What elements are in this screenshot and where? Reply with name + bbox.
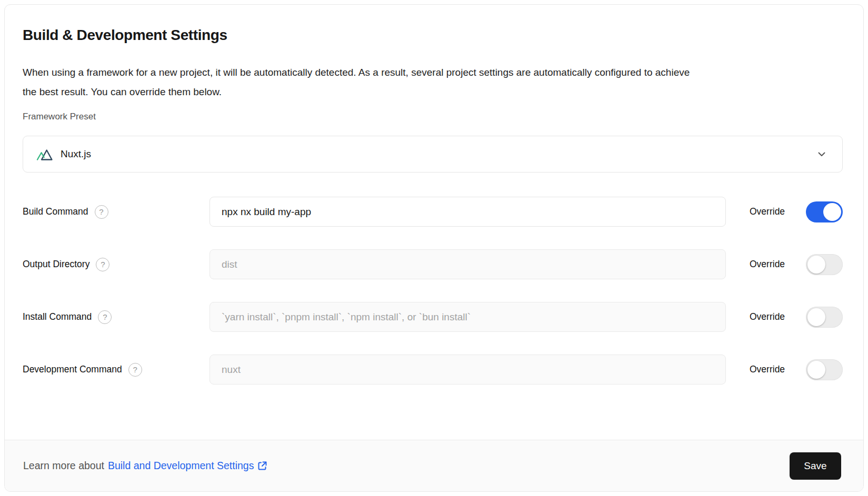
help-icon[interactable]: ?	[95, 205, 108, 219]
row-label-wrap: Output Directory ?	[23, 258, 209, 271]
output-directory-override-toggle[interactable]	[806, 254, 843, 275]
settings-description: When using a framework for a new project…	[23, 63, 691, 102]
install-command-label: Install Command	[23, 311, 92, 322]
build-dev-settings-card: Build & Development Settings When using …	[4, 4, 864, 492]
help-icon[interactable]: ?	[96, 258, 109, 271]
override-label: Override	[750, 364, 794, 375]
build-settings-docs-link[interactable]: Build and Development Settings	[108, 460, 269, 472]
nuxt-logo-icon	[36, 146, 54, 162]
output-directory-row: Output Directory ? Override	[23, 249, 843, 279]
override-control: Override	[750, 201, 843, 222]
chevron-down-icon	[816, 148, 827, 160]
install-command-override-toggle[interactable]	[806, 307, 843, 328]
footer-text: Learn more about Build and Development S…	[23, 460, 268, 472]
row-label-wrap: Build Command ?	[23, 205, 209, 219]
override-control: Override	[750, 359, 843, 380]
output-directory-label: Output Directory	[23, 259, 89, 270]
toggle-knob	[807, 256, 825, 274]
install-command-row: Install Command ? Override	[23, 302, 843, 332]
page-title: Build & Development Settings	[23, 27, 842, 44]
framework-preset-label: Framework Preset	[23, 111, 842, 123]
framework-selected-value: Nuxt.js	[61, 148, 91, 160]
build-command-input[interactable]	[209, 197, 726, 227]
override-control: Override	[750, 254, 843, 275]
build-command-row: Build Command ? Override	[23, 197, 843, 227]
help-icon[interactable]: ?	[98, 310, 112, 324]
help-icon[interactable]: ?	[128, 363, 142, 377]
development-command-input	[209, 355, 726, 384]
toggle-knob	[807, 361, 825, 379]
framework-preset-select[interactable]: Nuxt.js	[23, 136, 843, 173]
external-link-icon	[256, 460, 268, 472]
override-label: Override	[750, 206, 794, 217]
build-command-override-toggle[interactable]	[806, 201, 843, 222]
install-command-input	[209, 302, 726, 332]
settings-rows: Build Command ? Override Output Director…	[23, 197, 843, 384]
toggle-knob	[807, 308, 825, 326]
development-command-override-toggle[interactable]	[806, 359, 843, 380]
override-label: Override	[750, 311, 794, 322]
development-command-row: Development Command ? Override	[23, 355, 843, 384]
row-label-wrap: Install Command ?	[23, 310, 209, 324]
override-label: Override	[750, 259, 794, 270]
toggle-knob	[823, 203, 841, 221]
learn-more-text: Learn more about	[23, 460, 104, 472]
save-button[interactable]: Save	[790, 452, 841, 480]
output-directory-input	[209, 249, 726, 279]
card-body: Build & Development Settings When using …	[5, 5, 863, 440]
development-command-label: Development Command	[23, 364, 122, 375]
build-command-label: Build Command	[23, 206, 88, 217]
card-footer: Learn more about Build and Development S…	[5, 440, 863, 491]
row-label-wrap: Development Command ?	[23, 363, 209, 377]
docs-link-label: Build and Development Settings	[108, 460, 254, 472]
override-control: Override	[750, 307, 843, 328]
